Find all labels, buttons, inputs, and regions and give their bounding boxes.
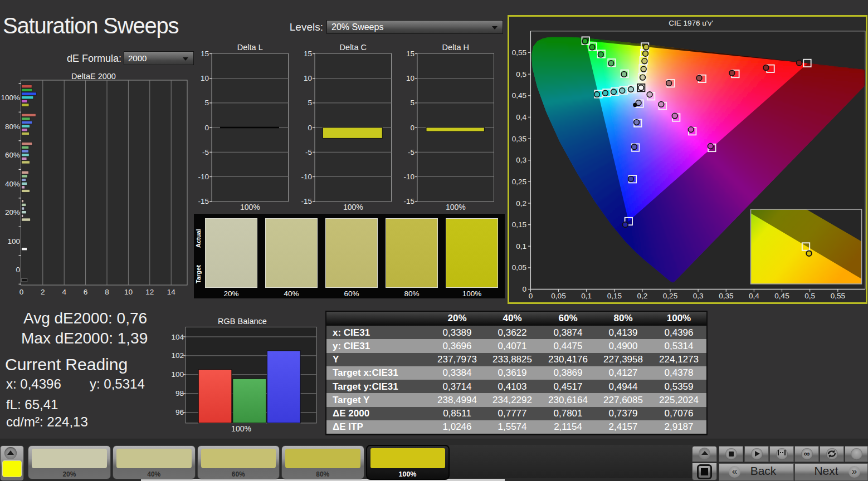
svg-text:0,3: 0,3: [516, 156, 526, 164]
svg-text:Delta L: Delta L: [237, 43, 263, 52]
svg-text:-5: -5: [202, 148, 209, 156]
svg-text:RGB Balance: RGB Balance: [218, 317, 267, 326]
svg-text:0: 0: [16, 266, 20, 274]
svg-text:-15: -15: [198, 197, 209, 205]
svg-text:0: 0: [19, 288, 24, 296]
svg-text:100: 100: [7, 237, 20, 246]
svg-text:100: 100: [171, 370, 184, 379]
svg-text:8: 8: [105, 288, 109, 296]
svg-text:80%: 80%: [5, 122, 20, 131]
svg-text:0,3: 0,3: [693, 292, 704, 300]
svg-text:100%: 100%: [446, 203, 466, 212]
svg-text:0,1: 0,1: [516, 242, 526, 251]
svg-text:15: 15: [304, 50, 312, 58]
svg-text:0: 0: [529, 292, 533, 300]
svg-text:96: 96: [175, 408, 184, 416]
svg-text:104: 104: [171, 333, 184, 341]
svg-text:102: 102: [171, 351, 184, 360]
svg-text:0,5: 0,5: [804, 292, 815, 300]
svg-text:0: 0: [522, 285, 526, 293]
svg-text:0: 0: [204, 124, 209, 132]
svg-text:0,45: 0,45: [774, 292, 789, 300]
svg-text:0,1: 0,1: [581, 292, 592, 300]
svg-text:-15: -15: [301, 197, 312, 205]
svg-text:-10: -10: [301, 173, 312, 181]
svg-text:15: 15: [201, 50, 209, 58]
svg-text:0: 0: [308, 124, 312, 132]
svg-text:15: 15: [406, 50, 415, 58]
svg-text:12: 12: [145, 288, 154, 296]
svg-text:CIE 1976 u'v': CIE 1976 u'v': [669, 19, 713, 27]
svg-text:4: 4: [62, 288, 66, 296]
svg-text:0,4: 0,4: [749, 292, 759, 300]
svg-text:0,45: 0,45: [512, 91, 526, 100]
svg-text:-5: -5: [408, 148, 415, 156]
svg-text:10: 10: [304, 74, 312, 82]
svg-text:60%: 60%: [5, 151, 20, 159]
svg-text:0,35: 0,35: [719, 292, 733, 300]
svg-text:10: 10: [124, 288, 133, 296]
svg-text:-10: -10: [403, 173, 415, 181]
svg-text:5: 5: [308, 99, 312, 107]
svg-text:40%: 40%: [5, 180, 20, 188]
svg-text:0,35: 0,35: [512, 135, 526, 143]
svg-text:0,05: 0,05: [512, 263, 526, 272]
svg-text:14: 14: [167, 288, 176, 296]
svg-text:0,2: 0,2: [637, 292, 648, 300]
svg-text:100%: 100%: [240, 203, 260, 212]
svg-text:5: 5: [410, 99, 415, 107]
svg-text:0,15: 0,15: [607, 292, 622, 300]
svg-text:DeltaE 2000: DeltaE 2000: [71, 72, 116, 81]
svg-text:5: 5: [204, 99, 209, 107]
svg-text:Delta H: Delta H: [442, 43, 469, 52]
svg-text:0,4: 0,4: [516, 113, 526, 121]
svg-text:0,2: 0,2: [516, 199, 526, 208]
svg-text:10: 10: [201, 74, 209, 82]
svg-text:0,25: 0,25: [512, 178, 526, 186]
svg-text:100%: 100%: [231, 424, 251, 433]
svg-text:100%: 100%: [1, 94, 20, 102]
svg-text:6: 6: [84, 288, 88, 296]
svg-text:0: 0: [410, 124, 415, 132]
svg-text:-5: -5: [305, 148, 312, 156]
svg-text:20%: 20%: [5, 208, 20, 217]
svg-text:-15: -15: [403, 197, 415, 205]
svg-text:0,55: 0,55: [831, 292, 845, 300]
svg-text:0,15: 0,15: [512, 220, 526, 229]
svg-text:0,25: 0,25: [663, 292, 677, 300]
svg-text:0,05: 0,05: [551, 292, 565, 300]
svg-text:-10: -10: [198, 173, 209, 181]
svg-text:2: 2: [41, 288, 45, 296]
svg-text:98: 98: [175, 389, 184, 397]
svg-text:100%: 100%: [343, 203, 363, 212]
svg-text:Delta C: Delta C: [340, 43, 367, 52]
svg-text:10: 10: [406, 74, 415, 82]
svg-text:0,5: 0,5: [516, 70, 526, 78]
svg-text:0,55: 0,55: [512, 48, 526, 57]
